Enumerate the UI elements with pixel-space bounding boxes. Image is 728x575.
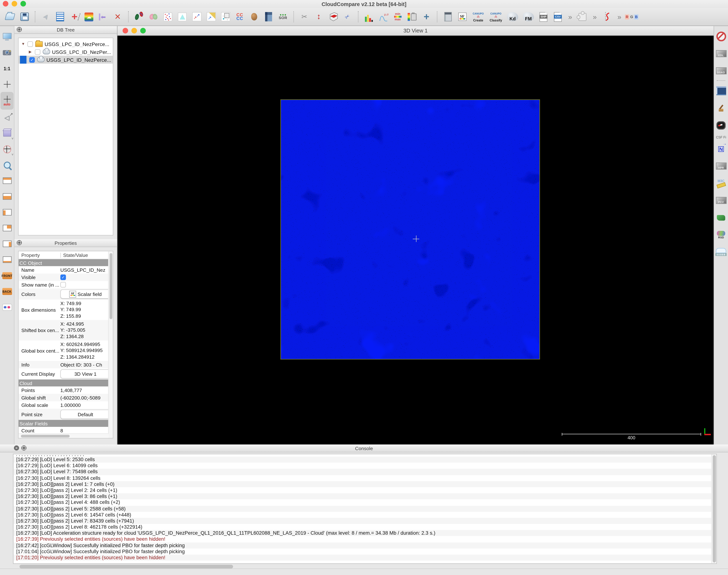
entity-properties-icon[interactable] xyxy=(54,10,66,23)
properties-vertical-scrollbar[interactable] xyxy=(108,251,113,438)
bottom-view-icon[interactable] xyxy=(1,252,13,268)
right-view-icon[interactable] xyxy=(1,236,13,252)
save-file-icon[interactable] xyxy=(18,10,31,23)
facets-plugin-icon[interactable] xyxy=(715,209,728,226)
cloud-mesh-distance-icon[interactable]: ↗ xyxy=(205,10,217,23)
property-dropdown[interactable]: 3D View 1 xyxy=(60,369,108,379)
set-pivot-icon[interactable] xyxy=(1,110,13,126)
canupo-classify-icon[interactable]: CANUPO ⁂ Classify xyxy=(488,10,504,23)
apply-transformation-icon[interactable] xyxy=(97,10,109,23)
sf-calculator-icon[interactable] xyxy=(442,10,454,23)
normals-plugin-icon[interactable]: →N xyxy=(715,140,728,158)
tree-item[interactable]: ▶USGS_LPC_ID_NezPer... xyxy=(19,48,113,56)
fm-icon[interactable]: FM xyxy=(521,10,535,23)
property-checkbox[interactable] xyxy=(60,282,66,288)
extract-sections-icon[interactable] xyxy=(341,10,354,23)
mesh-sampling-icon[interactable] xyxy=(176,10,188,23)
canupo-create-icon[interactable]: CANUPO ⁂ Create xyxy=(470,10,486,23)
plugin-puzzle-icon[interactable] xyxy=(576,10,589,23)
shp-export-icon[interactable]: SHP xyxy=(537,10,550,23)
minimize-view-button[interactable] xyxy=(131,28,137,33)
fine-registration-icp-icon[interactable] xyxy=(133,10,145,23)
auto-pick-rotation-center-icon[interactable]: auto xyxy=(1,92,13,110)
add-icon[interactable] xyxy=(420,10,433,23)
property-dropdown[interactable]: Default xyxy=(60,410,108,419)
properties-horizontal-scrollbar[interactable] xyxy=(19,433,108,438)
no-shader-icon[interactable] xyxy=(715,28,728,45)
zoom-actual-size-icon[interactable]: 1:1 xyxy=(1,60,13,76)
ransac-sd-plugin-icon[interactable]: RSD xyxy=(715,226,728,243)
top-view-icon[interactable] xyxy=(1,173,13,189)
delete-scalar-field-icon[interactable] xyxy=(406,10,418,23)
histogram-icon[interactable] xyxy=(362,9,375,24)
screenshot-icon[interactable] xyxy=(1,44,13,60)
merge-clouds-icon[interactable]: ☁ xyxy=(83,10,95,23)
global-zoom-icon[interactable] xyxy=(1,157,13,173)
segment-tool-icon[interactable] xyxy=(298,10,310,23)
close-view-button[interactable] xyxy=(123,28,128,33)
ssao-shader-icon[interactable]: SSAO xyxy=(715,62,728,79)
cross-section-icon[interactable] xyxy=(327,10,339,23)
close-window-button[interactable] xyxy=(3,1,8,6)
visibility-checkbox[interactable] xyxy=(35,49,40,55)
maximize-window-button[interactable] xyxy=(20,1,26,6)
csf-filter-label[interactable]: CSF Fi xyxy=(715,134,728,140)
edl-shader-icon[interactable]: EDL xyxy=(715,45,728,62)
sor-filter-icon[interactable]: SOR xyxy=(277,10,289,23)
subsample-cloud-icon[interactable] xyxy=(162,10,174,23)
cloud-plugin-icon[interactable] xyxy=(715,243,728,261)
rgb-filter-icon[interactable]: R G B xyxy=(625,10,638,23)
display-options-icon[interactable] xyxy=(1,29,13,44)
clone-entity-icon[interactable] xyxy=(68,10,81,23)
delete-entity-icon[interactable] xyxy=(111,10,124,23)
unroll-texture-icon[interactable] xyxy=(262,10,275,23)
point-pair-picking-icon[interactable] xyxy=(219,10,232,23)
compass-plugin-icon[interactable] xyxy=(715,116,728,134)
tree-item[interactable]: ▼USGS_LPC_ID_NezPerce... xyxy=(19,40,113,48)
visibility-checkbox[interactable] xyxy=(27,41,33,46)
gaussian-filter-icon[interactable]: μ,σ xyxy=(377,10,389,23)
open-file-icon[interactable] xyxy=(4,10,16,23)
toolbar-overflow-chevron[interactable]: » xyxy=(615,10,624,23)
toolbar-overflow-chevron[interactable]: » xyxy=(591,10,599,23)
iso-front-view-icon[interactable]: FRONT xyxy=(1,268,13,283)
iso-back-view-icon[interactable]: BACK xyxy=(1,283,13,299)
animation-plugin-icon[interactable] xyxy=(715,82,728,99)
property-checkbox[interactable]: ✓ xyxy=(60,274,66,280)
expand-arrow-icon[interactable]: ▼ xyxy=(22,42,28,46)
front-view-icon[interactable] xyxy=(1,189,13,204)
point-picking-icon[interactable] xyxy=(39,10,52,23)
csv-export-icon[interactable]: CSV xyxy=(552,10,564,23)
tree-item[interactable]: ✓USGS_LPC_ID_NezPerce... xyxy=(19,56,113,64)
float-console-button[interactable] xyxy=(22,445,27,450)
stereo-mode-icon[interactable] xyxy=(1,299,13,315)
maximize-view-button[interactable] xyxy=(140,28,146,33)
back-view-icon[interactable] xyxy=(1,220,13,236)
visibility-checkbox[interactable]: ✓ xyxy=(29,57,35,62)
closest-point-set-icon[interactable] xyxy=(248,10,261,23)
hpr-plugin-icon[interactable]: HPR xyxy=(715,158,728,175)
sf-color-scale-icon[interactable]: SF xyxy=(456,10,469,23)
cloud-cloud-distance-icon[interactable]: ↗↗ xyxy=(190,10,203,23)
translate-rotate-icon[interactable] xyxy=(312,10,325,23)
3d-viewport[interactable]: 400 xyxy=(117,36,714,444)
align-clouds-icon[interactable] xyxy=(147,10,160,23)
property-dropdown[interactable]: SFScalar field xyxy=(60,289,108,299)
pcv-plugin-icon[interactable]: PCV xyxy=(715,192,728,209)
float-panel-button[interactable] xyxy=(17,27,22,32)
broom-plugin-icon[interactable] xyxy=(715,99,728,116)
left-view-icon[interactable] xyxy=(1,204,13,220)
cloudcompare-stats-icon[interactable]: CC CC xyxy=(234,10,246,23)
float-panel-button[interactable] xyxy=(17,240,22,245)
pick-rotation-center-icon[interactable] xyxy=(1,76,13,92)
close-console-button[interactable] xyxy=(14,445,19,450)
m3c2-plugin-icon[interactable]: M3C xyxy=(715,174,728,192)
sf-gradient-icon[interactable]: min max xyxy=(391,10,404,23)
expand-arrow-icon[interactable]: ▶ xyxy=(29,50,35,54)
kd-tree-icon[interactable]: Kd xyxy=(506,10,520,23)
perspective-toggle-icon[interactable]: ˅ xyxy=(1,126,13,141)
point-cloud[interactable] xyxy=(280,99,540,360)
toolbar-overflow-chevron[interactable]: » xyxy=(566,10,575,23)
rotation-mode-icon[interactable]: ˅ xyxy=(1,141,13,157)
console-vertical-scrollbar[interactable] xyxy=(711,454,717,563)
